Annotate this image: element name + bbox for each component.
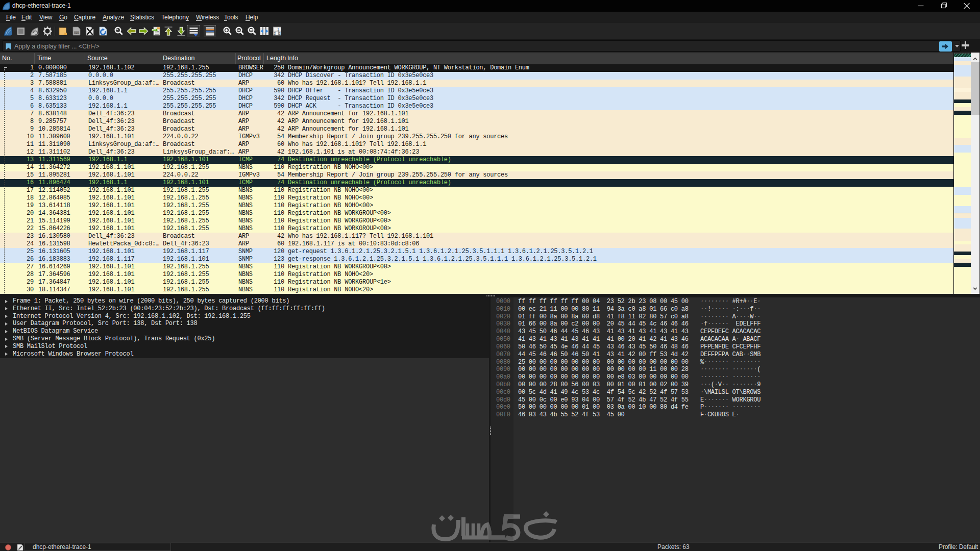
svg-text:2: 2 bbox=[274, 32, 276, 35]
svg-text:010: 010 bbox=[75, 31, 79, 34]
svg-text:3: 3 bbox=[279, 32, 281, 35]
svg-text:1: 1 bbox=[277, 28, 279, 31]
